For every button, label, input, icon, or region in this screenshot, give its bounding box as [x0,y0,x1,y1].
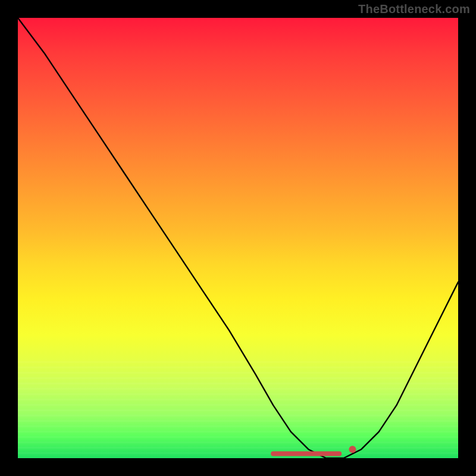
plot-area [18,18,458,458]
chart-frame: TheBottleneck.com [0,0,476,476]
bottleneck-curve [18,18,458,458]
curve-layer [18,18,458,458]
valley-marker-dot [349,446,356,453]
watermark-text: TheBottleneck.com [358,2,470,16]
